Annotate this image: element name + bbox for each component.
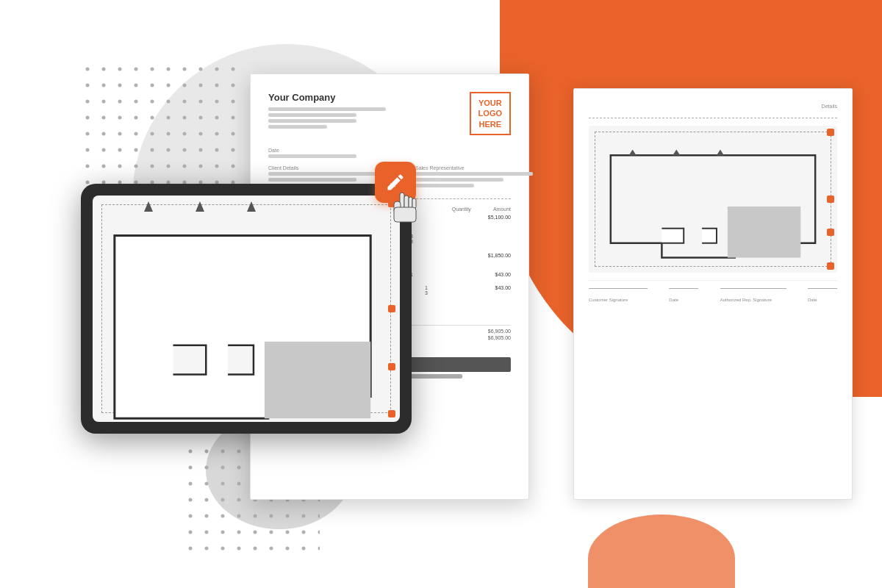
tablet-screen — [93, 196, 400, 422]
row5-qty: 13 — [425, 285, 428, 295]
client-label: Client Details — [268, 165, 386, 171]
date-label: Date — [268, 148, 511, 153]
tablet-device — [81, 184, 412, 434]
svg-rect-8 — [390, 183, 397, 184]
invoice-company-info: Your Company — [268, 92, 386, 136]
cursor-hand — [390, 190, 422, 232]
qty-header: Quantity — [452, 207, 471, 212]
row4-amount: $43.00 — [467, 272, 511, 277]
bg-orange-bottom-blob — [588, 514, 735, 588]
invoice-date-section: Date — [268, 148, 511, 158]
subtotal-value: $6,905.00 — [488, 329, 511, 334]
date-value-line — [268, 154, 356, 158]
company-name: Your Company — [268, 92, 386, 103]
sales-rep-label: Sales Representative — [415, 165, 533, 171]
svg-rect-15 — [394, 207, 416, 222]
svg-rect-7 — [265, 342, 370, 419]
row1-amount: $5,100.00 — [467, 215, 511, 220]
amount-header: Amount — [493, 207, 511, 212]
back-customer-sig: Customer Signature — [589, 298, 628, 302]
invoice-header: Your Company YOURLOGOHERE — [268, 92, 511, 136]
svg-rect-9 — [390, 186, 395, 187]
back-auth-rep: Authorized Rep. Signature — [720, 298, 772, 302]
sales-rep-col: Sales Representative — [415, 165, 533, 190]
back-date-sig2: Date — [808, 298, 817, 302]
tablet-floor-plan — [93, 196, 400, 422]
cursor-svg — [390, 190, 422, 226]
row5-amount: $43.00 — [467, 285, 511, 290]
back-dashed-separator — [589, 118, 837, 118]
logo-placeholder: YOURLOGOHERE — [470, 92, 511, 135]
total-value: $6,905.00 — [488, 335, 511, 340]
company-lines — [268, 107, 386, 129]
scene: Details — [0, 0, 882, 588]
back-details-label: Details — [822, 104, 837, 109]
invoice-back: Details — [573, 88, 853, 500]
back-date-sig: Date — [669, 298, 678, 302]
row3-amount: $1,850.00 — [467, 253, 511, 258]
